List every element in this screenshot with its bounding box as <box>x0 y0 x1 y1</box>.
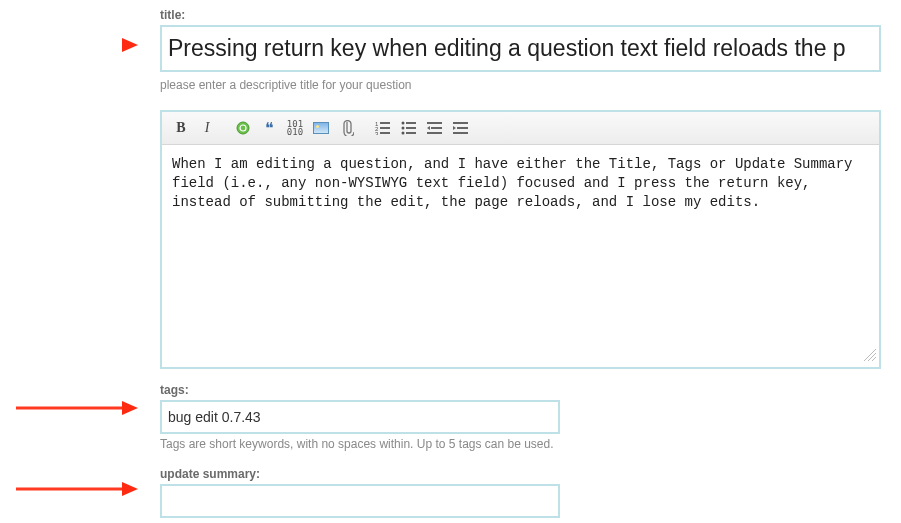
svg-rect-8 <box>380 122 390 124</box>
svg-rect-16 <box>406 127 416 129</box>
svg-marker-1 <box>122 38 138 52</box>
update-summary-input-wrap <box>160 484 560 518</box>
title-hint: please enter a descriptive title for you… <box>160 78 881 92</box>
svg-rect-23 <box>453 122 468 124</box>
svg-point-13 <box>402 122 405 125</box>
svg-rect-10 <box>380 127 390 129</box>
svg-point-17 <box>402 132 405 135</box>
svg-marker-5 <box>122 482 138 496</box>
svg-rect-25 <box>453 132 468 134</box>
svg-rect-14 <box>406 122 416 124</box>
svg-marker-26 <box>453 126 456 130</box>
bold-button[interactable]: B <box>168 117 194 139</box>
ordered-list-button[interactable]: 1 2 3 <box>370 117 396 139</box>
svg-rect-24 <box>457 127 468 129</box>
title-input[interactable] <box>164 29 877 68</box>
svg-text:3: 3 <box>375 131 379 135</box>
title-label: title: <box>160 8 881 22</box>
svg-rect-12 <box>380 132 390 134</box>
svg-rect-19 <box>427 122 442 124</box>
tags-label: tags: <box>160 383 881 397</box>
attach-button[interactable] <box>334 117 360 139</box>
indent-button[interactable] <box>448 117 474 139</box>
update-summary-input[interactable] <box>164 488 556 514</box>
code-button[interactable]: 101010 <box>282 117 308 139</box>
wysiwyg-editor: B I ❝ 101010 1 2 3 <box>160 110 881 369</box>
svg-point-15 <box>402 127 405 130</box>
svg-rect-21 <box>427 132 442 134</box>
title-input-wrap <box>160 25 881 72</box>
annotation-arrow-update-summary <box>14 478 140 500</box>
editor-toolbar: B I ❝ 101010 1 2 3 <box>162 112 879 145</box>
link-button[interactable] <box>230 117 256 139</box>
resize-handle[interactable] <box>162 348 879 367</box>
svg-marker-22 <box>427 126 430 130</box>
outdent-button[interactable] <box>422 117 448 139</box>
tags-hint: Tags are short keywords, with no spaces … <box>160 437 881 451</box>
image-button[interactable] <box>308 117 334 139</box>
annotation-arrow-title <box>40 34 140 56</box>
edit-question-form: title: please enter a descriptive title … <box>160 8 881 523</box>
tags-input[interactable] <box>164 404 556 430</box>
svg-marker-3 <box>122 401 138 415</box>
svg-rect-18 <box>406 132 416 134</box>
blockquote-button[interactable]: ❝ <box>256 117 282 139</box>
tags-input-wrap <box>160 400 560 434</box>
italic-button[interactable]: I <box>194 117 220 139</box>
svg-rect-20 <box>431 127 442 129</box>
unordered-list-button[interactable] <box>396 117 422 139</box>
body-textarea[interactable] <box>162 145 879 345</box>
annotation-arrow-tags <box>14 397 140 419</box>
svg-point-6 <box>237 122 249 134</box>
update-summary-label: update summary: <box>160 467 881 481</box>
